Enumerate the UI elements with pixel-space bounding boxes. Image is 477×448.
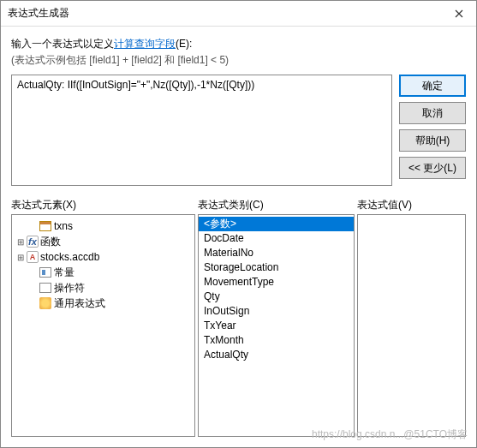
cancel-button[interactable]: 取消	[399, 102, 466, 124]
button-column: 确定 取消 帮助(H) << 更少(L)	[399, 75, 466, 186]
values-panel[interactable]	[357, 214, 466, 437]
less-button[interactable]: << 更少(L)	[399, 157, 466, 179]
list-item[interactable]: <参数>	[199, 217, 354, 231]
tree-label: 操作符	[54, 281, 85, 296]
list-item[interactable]: DocDate	[199, 231, 354, 246]
list-item[interactable]: InOutSign	[199, 304, 354, 319]
titlebar: 表达式生成器	[1, 1, 476, 27]
elements-tree: txns⊞fx函数⊞Astocks.accdb常量操作符通用表达式	[12, 215, 194, 314]
tree-label: 常量	[54, 266, 75, 280]
values-header: 表达式值(V)	[357, 198, 466, 212]
close-icon	[455, 9, 463, 18]
calc-field-link[interactable]: 计算查询字段	[114, 38, 176, 50]
list-item[interactable]: StorageLocation	[199, 260, 354, 275]
panel-headers: 表达式元素(X) 表达式类别(C) 表达式值(V)	[11, 198, 466, 212]
tree-label: stocks.accdb	[40, 251, 99, 263]
tree-label: txns	[54, 220, 73, 232]
close-button[interactable]	[442, 1, 476, 27]
help-button[interactable]: 帮助(H)	[399, 129, 466, 152]
tree-node[interactable]: 通用表达式	[14, 296, 193, 311]
categories-panel[interactable]: <参数>DocDateMaterialNoStorageLocationMove…	[198, 214, 355, 437]
list-item[interactable]: MaterialNo	[199, 246, 354, 260]
function-icon: fx	[27, 236, 39, 248]
window-title: 表达式生成器	[8, 6, 442, 21]
ok-button[interactable]: 确定	[399, 75, 466, 97]
tree-node[interactable]: ⊞fx函数	[14, 234, 193, 249]
tree-node[interactable]: txns	[14, 218, 193, 234]
dialog-content: 输入一个表达式以定义计算查询字段(E): (表达式示例包括 [field1] +…	[1, 27, 476, 447]
panels: txns⊞fx函数⊞Astocks.accdb常量操作符通用表达式 <参数>Do…	[11, 214, 466, 437]
tree-label: 通用表达式	[54, 296, 105, 311]
tree-label: 函数	[40, 235, 61, 249]
expression-input[interactable]	[11, 75, 392, 186]
database-icon: A	[27, 251, 39, 263]
tree-node[interactable]: 常量	[14, 265, 193, 280]
table-icon	[39, 219, 52, 233]
list-item[interactable]: Qty	[199, 290, 354, 304]
categories-header: 表达式类别(C)	[198, 198, 357, 212]
list-item[interactable]: TxYear	[199, 319, 354, 333]
categories-list: <参数>DocDateMaterialNoStorageLocationMove…	[199, 215, 354, 364]
expand-icon[interactable]: ⊞	[15, 237, 25, 247]
common-expr-icon	[39, 296, 52, 310]
list-item[interactable]: TxMonth	[199, 333, 354, 348]
expand-icon[interactable]: ⊞	[15, 253, 25, 262]
list-item[interactable]: ActualQty	[199, 348, 354, 362]
tree-node[interactable]: 操作符	[14, 280, 193, 296]
example-text: (表达式示例包括 [field1] + [field2] 和 [field1] …	[11, 53, 466, 68]
prompt-text: 输入一个表达式以定义计算查询字段(E):	[11, 37, 466, 51]
operator-icon	[39, 281, 52, 295]
elements-header: 表达式元素(X)	[11, 198, 198, 212]
elements-panel[interactable]: txns⊞fx函数⊞Astocks.accdb常量操作符通用表达式	[11, 214, 195, 437]
list-item[interactable]: MovementType	[199, 275, 354, 290]
constant-icon	[39, 266, 52, 279]
tree-node[interactable]: ⊞Astocks.accdb	[14, 249, 193, 265]
